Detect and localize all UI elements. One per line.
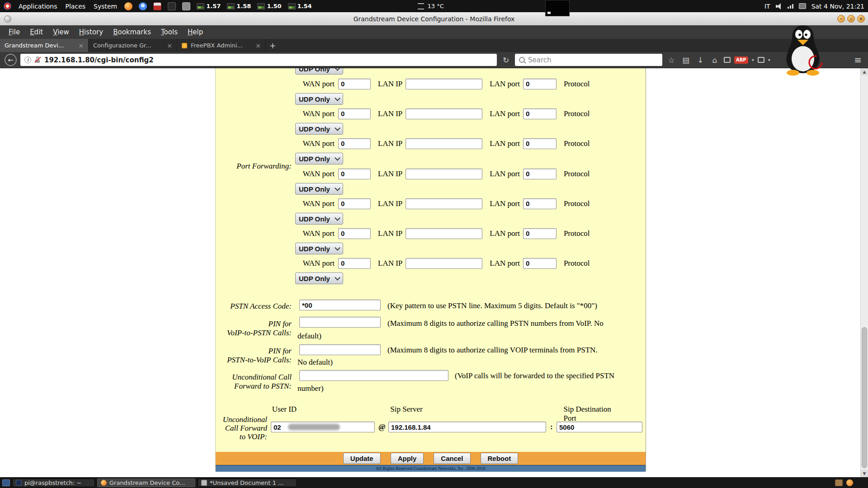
url-text[interactable]: 192.168.1.80/cgi-bin/config2 (44, 56, 154, 64)
window-titlebar[interactable]: Grandstream Device Configuration - Mozil… (0, 12, 868, 26)
terminal-launcher-icon[interactable] (168, 2, 176, 10)
minimize-button[interactable]: – (837, 15, 845, 23)
protocol-select[interactable]: UDP Only (295, 93, 343, 105)
page-info-icon[interactable]: i (24, 56, 31, 63)
applications-menu-icon[interactable] (4, 2, 11, 10)
wan-port-input[interactable] (338, 138, 371, 149)
lan-ip-input[interactable] (406, 108, 482, 119)
keyboard-layout[interactable]: IT (764, 3, 770, 10)
update-button[interactable]: Update (343, 453, 381, 464)
extension-icon[interactable] (758, 57, 764, 63)
fwd-voip-sip-port-input[interactable] (557, 422, 642, 432)
taskbar-item-editor[interactable]: *Unsaved Document 1 ... (198, 479, 297, 487)
clipboard-icon[interactable] (835, 479, 843, 486)
file-manager-launcher-icon[interactable] (182, 2, 190, 10)
pin-pstn-voip-input[interactable] (299, 344, 381, 355)
firefox-launcher-icon[interactable] (124, 2, 132, 10)
screenshot-icon[interactable] (724, 57, 731, 63)
menu-view[interactable]: View (49, 26, 73, 38)
scroll-up-icon[interactable]: ▲ (861, 68, 868, 75)
back-button[interactable]: ← (5, 54, 17, 66)
clock[interactable]: Sat 4 Nov, 21:21 (811, 3, 864, 10)
pstn-access-code-input[interactable] (299, 300, 381, 310)
pin-voip-pstn-input[interactable] (299, 317, 381, 328)
show-desktop-icon[interactable] (2, 479, 10, 486)
speaker-icon[interactable] (776, 3, 782, 9)
menu-bookmarks[interactable]: Bookmarks (109, 26, 155, 38)
lan-ip-input[interactable] (406, 79, 482, 89)
download-icon[interactable]: ↓ (695, 56, 706, 65)
menu-history[interactable]: History (75, 26, 107, 38)
wan-port-input[interactable] (338, 258, 371, 269)
lan-port-input[interactable] (523, 258, 557, 269)
tab-close-icon[interactable]: × (255, 42, 261, 49)
scroll-down-icon[interactable]: ▼ (861, 470, 868, 477)
mini-window[interactable] (545, 0, 570, 16)
url-bar[interactable]: i 192.168.1.80/cgi-bin/config2 (20, 54, 497, 66)
protocol-select[interactable]: UDP Only (295, 272, 343, 284)
protocol-select[interactable]: UDP Only (295, 68, 343, 75)
scrollbar[interactable]: ▲ ▼ (860, 68, 868, 477)
lan-port-input[interactable] (523, 169, 557, 179)
taskbar-item-firefox[interactable]: Grandstream Device Co... (97, 479, 195, 487)
wan-port-input[interactable] (338, 169, 371, 179)
tab-configurazione[interactable]: Configurazione Gr... × (89, 39, 177, 52)
panel-menu-places[interactable]: Places (65, 3, 87, 10)
lan-ip-input[interactable] (406, 228, 482, 239)
tray-icon[interactable] (799, 3, 806, 9)
menu-tools[interactable]: Tools (157, 26, 182, 38)
scrollbar-thumb[interactable] (862, 327, 867, 468)
chevron-down-icon[interactable]: ▾ (752, 57, 754, 62)
protocol-select[interactable]: UDP Only (295, 213, 343, 225)
tab-freepbx[interactable]: FreePBX Admini... × (177, 39, 266, 52)
apply-button[interactable]: Apply (391, 453, 424, 464)
menu-help[interactable]: Help (184, 26, 207, 38)
fwd-voip-sip-server-input[interactable] (388, 422, 546, 432)
protocol-select[interactable]: UDP Only (295, 243, 343, 254)
lan-ip-input[interactable] (406, 198, 482, 209)
wan-port-input[interactable] (338, 108, 371, 119)
new-tab-button[interactable]: + (266, 39, 279, 52)
wan-port-input[interactable] (338, 198, 371, 209)
signal-icon[interactable] (788, 4, 793, 9)
maximize-button[interactable]: ▫ (847, 15, 855, 23)
lan-port-input[interactable] (523, 198, 557, 209)
insecure-lock-icon[interactable] (34, 56, 41, 63)
search-input[interactable]: Search (515, 54, 662, 66)
panel-menu-applications[interactable]: Applications (18, 3, 58, 10)
protocol-select[interactable]: UDP Only (295, 153, 343, 164)
cancel-button[interactable]: Cancel (434, 453, 470, 464)
wan-port-input[interactable] (338, 228, 371, 239)
remote-desktop-launcher-icon[interactable] (153, 2, 161, 10)
close-button[interactable]: × (857, 15, 865, 23)
home-icon[interactable]: ⌂ (709, 56, 720, 65)
tab-grandstream[interactable]: Grandstream Devi... × (0, 39, 89, 52)
chevron-down-icon[interactable]: ▾ (768, 57, 770, 62)
lan-ip-input[interactable] (406, 169, 482, 179)
chromium-launcher-icon[interactable] (139, 2, 147, 10)
reboot-button[interactable]: Reboot (481, 453, 519, 464)
panel-menu-system[interactable]: System (93, 3, 118, 10)
bookmark-star-icon[interactable]: ☆ (666, 56, 677, 65)
protocol-select[interactable]: UDP Only (295, 183, 343, 195)
library-icon[interactable]: ▤ (680, 56, 691, 65)
lan-port-input[interactable] (523, 228, 557, 239)
lan-ip-input[interactable] (406, 138, 482, 149)
menu-file[interactable]: File (5, 26, 24, 38)
lan-port-input[interactable] (523, 138, 557, 149)
hamburger-menu-icon[interactable]: ≡ (854, 55, 863, 66)
wan-port-input[interactable] (338, 79, 371, 89)
notifier-icon[interactable] (846, 479, 853, 486)
fwd-pstn-input[interactable] (299, 370, 448, 381)
tab-close-icon[interactable]: × (78, 42, 84, 49)
lan-ip-input[interactable] (406, 258, 482, 269)
tab-close-icon[interactable]: × (167, 42, 172, 49)
menu-edit[interactable]: Edit (26, 26, 47, 38)
lan-port-input[interactable] (523, 108, 557, 119)
adblock-plus-icon[interactable]: ABP (734, 56, 748, 64)
lan-port-input[interactable] (523, 79, 557, 89)
window-menu-button[interactable] (4, 15, 11, 23)
taskbar-item-terminal[interactable]: pi@raspbstretch: ~ (12, 479, 95, 487)
reload-icon[interactable]: ↻ (500, 56, 511, 65)
protocol-select[interactable]: UDP Only (295, 123, 343, 135)
